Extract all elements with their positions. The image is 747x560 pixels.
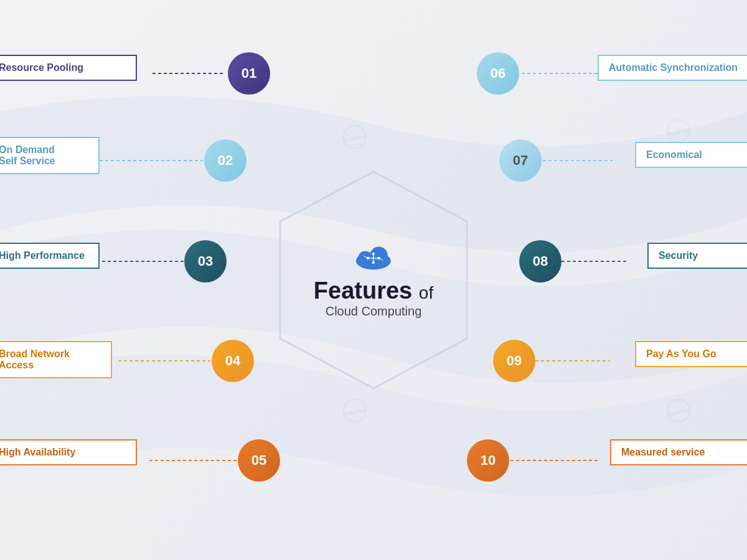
circle-03: 03 — [184, 240, 227, 282]
svg-point-19 — [372, 261, 375, 264]
box-measured-service: Measured service — [610, 439, 747, 465]
main-canvas: Features of Cloud Computing 01 02 03 04 … — [0, 0, 747, 560]
svg-point-18 — [372, 253, 375, 255]
svg-text:DataFlair: DataFlair — [666, 407, 691, 418]
box-on-demand: On DemandSelf Service — [0, 137, 100, 174]
box-high-performance: High Performance — [0, 243, 100, 269]
circle-04: 04 — [212, 340, 254, 382]
circle-02: 02 — [204, 139, 247, 182]
main-subtitle: Cloud Computing — [314, 304, 433, 318]
box-security: Security — [647, 243, 747, 269]
svg-text:DataFlair: DataFlair — [342, 133, 367, 144]
cloud-icon — [352, 242, 395, 273]
main-title: Features of — [314, 278, 433, 304]
box-high-availability: High Availability — [0, 439, 137, 465]
box-resource-pooling: Resource Pooling — [0, 55, 137, 81]
watermark-4: DataFlair — [658, 395, 700, 428]
svg-text:DataFlair: DataFlair — [342, 407, 367, 418]
circle-10: 10 — [467, 439, 509, 482]
box-pay-as-you-go: Pay As You Go — [635, 341, 747, 367]
watermark-1: DataFlair — [334, 121, 376, 154]
circle-07: 07 — [499, 139, 542, 182]
circle-09: 09 — [493, 340, 535, 382]
svg-text:DataFlair: DataFlair — [666, 127, 691, 138]
box-economical: Economical — [635, 142, 747, 168]
box-broad-network: Broad NetworkAccess — [0, 341, 112, 378]
circle-05: 05 — [238, 439, 280, 482]
center-content: Features of Cloud Computing — [314, 242, 433, 319]
watermark-2: DataFlair — [334, 395, 376, 428]
circle-01: 01 — [228, 52, 270, 95]
circle-06: 06 — [477, 52, 519, 95]
box-automatic-sync: Automatic Synchronization — [598, 55, 747, 81]
circle-08: 08 — [519, 240, 561, 282]
